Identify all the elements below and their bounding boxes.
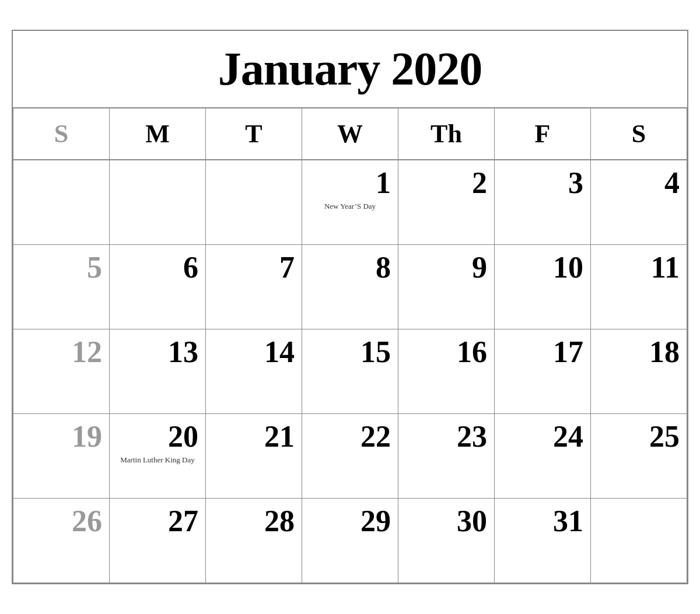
- calendar-cell: 11: [591, 245, 687, 329]
- calendar-cell: 8: [302, 245, 398, 329]
- day-number: 17: [502, 335, 583, 369]
- day-number: 9: [405, 251, 487, 284]
- day-header: Th: [398, 108, 495, 160]
- day-number: 7: [213, 251, 295, 284]
- day-number: 30: [405, 504, 487, 538]
- day-number: 10: [502, 251, 583, 284]
- day-number: 2: [405, 166, 487, 199]
- day-header: S: [13, 108, 110, 160]
- day-number: 11: [598, 251, 680, 284]
- calendar-cell: 15: [302, 329, 398, 414]
- day-number: 19: [20, 420, 102, 453]
- calendar-cell-empty: [13, 160, 110, 245]
- calendar-cell: 12: [13, 329, 110, 414]
- day-event: New Year’S Day: [309, 202, 391, 212]
- calendar-cell: 28: [206, 499, 302, 583]
- calendar-cell: 22: [302, 414, 398, 499]
- calendar-cell: 16: [398, 329, 495, 414]
- calendar-cell: 17: [495, 329, 591, 414]
- day-number: 18: [598, 335, 680, 369]
- calendar-cell: 5: [13, 245, 110, 329]
- day-header: W: [302, 108, 398, 160]
- day-number: 21: [213, 420, 295, 453]
- calendar-cell-empty: [110, 160, 206, 245]
- day-number: 16: [405, 335, 487, 369]
- calendar-cell: 21: [206, 414, 302, 499]
- calendar-cell: 20Martin Luther King Day: [110, 414, 206, 499]
- day-number: 26: [20, 504, 102, 538]
- calendar-cell: 1New Year’S Day: [302, 160, 398, 245]
- calendar-cell: 6: [110, 245, 206, 329]
- calendar-cell: 23: [398, 414, 495, 499]
- day-header: T: [206, 108, 302, 160]
- calendar-cell: 9: [398, 245, 495, 329]
- calendar-cell: 27: [110, 499, 206, 583]
- day-number: 31: [502, 504, 583, 538]
- day-number: 13: [117, 335, 198, 369]
- day-number: 28: [213, 504, 295, 538]
- day-number: 23: [405, 420, 487, 453]
- day-number: 25: [598, 420, 680, 453]
- day-number: 4: [598, 166, 680, 199]
- day-number: 20: [117, 420, 198, 453]
- day-number: 14: [213, 335, 295, 369]
- day-number: 6: [117, 251, 198, 284]
- day-header: F: [495, 108, 591, 160]
- calendar-cell: 7: [206, 245, 302, 329]
- day-number: 22: [309, 420, 391, 453]
- calendar-cell-empty: [206, 160, 302, 245]
- calendar-cell: 24: [495, 414, 591, 499]
- day-number: 27: [117, 504, 198, 538]
- calendar-cell: 4: [591, 160, 687, 245]
- calendar-cell: 10: [495, 245, 591, 329]
- calendar-cell: 2: [398, 160, 495, 245]
- day-event: Martin Luther King Day: [117, 455, 198, 465]
- day-number: 24: [502, 420, 583, 453]
- calendar-cell: 31: [495, 499, 591, 583]
- day-number: 29: [309, 504, 391, 538]
- calendar-cell: 18: [591, 329, 687, 414]
- day-number: 15: [309, 335, 391, 369]
- calendar: January 2020 SMTWThFS1New Year’S Day2345…: [12, 30, 688, 584]
- day-number: 8: [309, 251, 391, 284]
- calendar-grid: SMTWThFS1New Year’S Day23456789101112131…: [13, 108, 687, 583]
- day-number: 1: [309, 166, 391, 199]
- calendar-title: January 2020: [13, 31, 687, 108]
- day-number: 3: [502, 166, 583, 199]
- calendar-cell: 25: [591, 414, 687, 499]
- calendar-cell: 29: [302, 499, 398, 583]
- day-number: 12: [20, 335, 102, 369]
- day-header: M: [110, 108, 206, 160]
- day-header: S: [591, 108, 687, 160]
- calendar-cell: 26: [13, 499, 110, 583]
- calendar-cell: 14: [206, 329, 302, 414]
- calendar-cell: 13: [110, 329, 206, 414]
- calendar-cell: 30: [398, 499, 495, 583]
- calendar-cell: 3: [495, 160, 591, 245]
- calendar-cell-empty: [591, 499, 687, 583]
- day-number: 5: [20, 251, 102, 284]
- calendar-cell: 19: [13, 414, 110, 499]
